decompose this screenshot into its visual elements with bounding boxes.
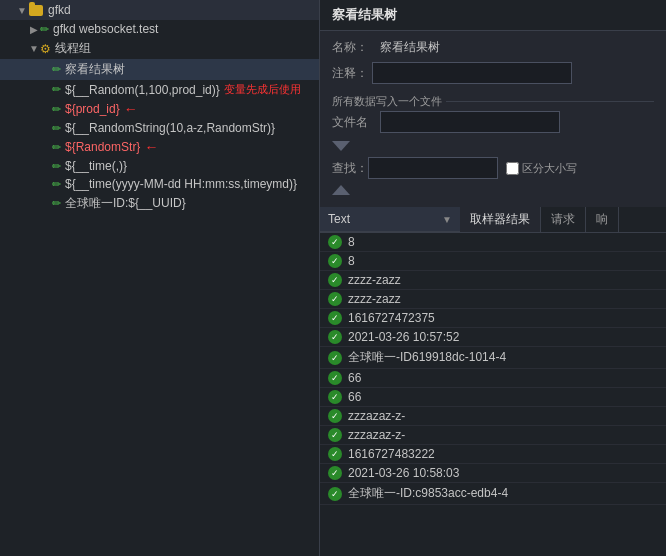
tree-item-var3[interactable]: ✏ ${__RandomString(10,a-z,RandomStr)} <box>0 119 319 137</box>
write-all-label: 所有数据写入一个文件 <box>332 94 442 109</box>
result-value: 1616727483222 <box>348 447 435 461</box>
results-list: 88zzzz-zazzzzzz-zazz16167274723752021-03… <box>320 233 666 556</box>
tree-label: ${RandomStr} <box>65 140 140 154</box>
pencil-icon: ✏ <box>52 63 61 76</box>
gear-icon: ⚙ <box>40 42 51 56</box>
tree-label: 线程组 <box>55 40 91 57</box>
result-value: 1616727472375 <box>348 311 435 325</box>
result-value: 全球唯一-ID619918dc-1014-4 <box>348 349 506 366</box>
tree-item-var5[interactable]: ✏ ${__time(,)} <box>0 157 319 175</box>
expand-btn[interactable] <box>332 185 350 195</box>
left-panel: ▼ gfkd ▶ ✏ gfkd websocket.test ▼ ⚙ 线程组 ✏… <box>0 0 320 556</box>
tree-label: ${__time(,)} <box>65 159 127 173</box>
write-all-section: 所有数据写入一个文件 <box>332 90 654 111</box>
tree-label: ${__Random(1,100,prod_id)} <box>65 83 220 97</box>
search-input[interactable] <box>368 157 498 179</box>
tab-response[interactable]: 响 <box>586 207 619 232</box>
tree-arrow: ▼ <box>28 43 40 54</box>
case-sensitive-label: 区分大小写 <box>522 161 577 176</box>
tree-item-var7[interactable]: ✏ 全球唯一ID:${__UUID} <box>0 193 319 214</box>
column-header: Text ▼ <box>320 207 460 232</box>
folder-icon <box>28 2 44 18</box>
results-area: Text ▼ 取样器结果 请求 响 88zzzz-zazzzzzz-zazz16… <box>320 207 666 556</box>
result-value: zzzz-zazz <box>348 292 401 306</box>
tree-item-gfkd[interactable]: ▼ gfkd <box>0 0 319 20</box>
tree-arrow <box>40 104 52 115</box>
panel-title: 察看结果树 <box>320 0 666 31</box>
pencil-icon: ✏ <box>52 122 61 135</box>
result-value: zzzazaz-z- <box>348 428 405 442</box>
status-icon <box>328 447 342 461</box>
tree-item-group[interactable]: ▼ ⚙ 线程组 <box>0 38 319 59</box>
result-row[interactable]: zzzz-zazz <box>320 290 666 309</box>
comment-label: 注释： <box>332 65 372 82</box>
result-row[interactable]: 8 <box>320 233 666 252</box>
result-row[interactable]: zzzazaz-z- <box>320 407 666 426</box>
collapse-btn[interactable] <box>332 141 350 151</box>
tree-label: ${prod_id} <box>65 102 120 116</box>
tab-request[interactable]: 请求 <box>541 207 586 232</box>
tree-item-var6[interactable]: ✏ ${__time(yyyy-MM-dd HH:mm:ss,timeymd)} <box>0 175 319 193</box>
case-sensitive-wrap: 区分大小写 <box>506 161 577 176</box>
status-icon <box>328 409 342 423</box>
result-row[interactable]: 2021-03-26 10:57:52 <box>320 328 666 347</box>
tree-arrow <box>40 123 52 134</box>
result-row[interactable]: 8 <box>320 252 666 271</box>
pencil-icon: ✏ <box>52 83 61 96</box>
tab-sampler[interactable]: 取样器结果 <box>460 207 541 232</box>
result-row[interactable]: 全球唯一-ID:c9853acc-edb4-4 <box>320 483 666 505</box>
result-value: 全球唯一-ID:c9853acc-edb4-4 <box>348 485 508 502</box>
section-divider <box>446 101 654 102</box>
column-name: Text <box>328 212 442 226</box>
name-label: 名称： <box>332 39 372 56</box>
name-value: 察看结果树 <box>380 39 440 56</box>
pencil-icon: ✏ <box>40 23 49 36</box>
tree-item-ws[interactable]: ▶ ✏ gfkd websocket.test <box>0 20 319 38</box>
result-row[interactable]: 全球唯一-ID619918dc-1014-4 <box>320 347 666 369</box>
status-icon <box>328 330 342 344</box>
tree-item-var1[interactable]: ✏ ${__Random(1,100,prod_id)} 变量先成后使用 <box>0 80 319 99</box>
result-row[interactable]: 1616727472375 <box>320 309 666 328</box>
tree-item-var4[interactable]: ✏ ${RandomStr} ← <box>0 137 319 157</box>
annotation-text: 变量先成后使用 <box>224 82 301 97</box>
status-icon <box>328 254 342 268</box>
tree-arrow: ▼ <box>16 5 28 16</box>
status-icon <box>328 351 342 365</box>
status-icon <box>328 466 342 480</box>
result-row[interactable]: 1616727483222 <box>320 445 666 464</box>
pencil-icon: ✏ <box>52 178 61 191</box>
case-sensitive-checkbox[interactable] <box>506 162 519 175</box>
result-value: 8 <box>348 235 355 249</box>
pencil-icon: ✏ <box>52 103 61 116</box>
tree-item-var2[interactable]: ✏ ${prod_id} ← <box>0 99 319 119</box>
search-row: 查找： 区分大小写 <box>332 157 654 179</box>
comment-input[interactable] <box>372 62 572 84</box>
status-icon <box>328 311 342 325</box>
tree-arrow <box>40 64 52 75</box>
column-sort-icon[interactable]: ▼ <box>442 214 452 225</box>
status-icon <box>328 487 342 501</box>
result-value: 2021-03-26 10:57:52 <box>348 330 459 344</box>
tree-item-result-tree[interactable]: ✏ 察看结果树 <box>0 59 319 80</box>
tree-label: gfkd <box>48 3 71 17</box>
status-icon <box>328 371 342 385</box>
tree-label: gfkd websocket.test <box>53 22 158 36</box>
results-tabs: Text ▼ 取样器结果 请求 响 <box>320 207 666 233</box>
result-row[interactable]: zzzazaz-z- <box>320 426 666 445</box>
tree-arrow <box>40 179 52 190</box>
pencil-icon: ✏ <box>52 141 61 154</box>
tree-label: ${__time(yyyy-MM-dd HH:mm:ss,timeymd)} <box>65 177 297 191</box>
filename-input[interactable] <box>380 111 560 133</box>
result-row[interactable]: zzzz-zazz <box>320 271 666 290</box>
name-row: 名称： 察看结果树 <box>332 39 654 56</box>
tree-arrow <box>40 84 52 95</box>
form-area: 名称： 察看结果树 注释： 所有数据写入一个文件 文件名 查找： <box>320 31 666 207</box>
tree-label: 察看结果树 <box>65 61 125 78</box>
red-arrow-icon: ← <box>144 139 158 155</box>
tree-label: 全球唯一ID:${__UUID} <box>65 195 186 212</box>
pencil-icon: ✏ <box>52 197 61 210</box>
result-row[interactable]: 66 <box>320 369 666 388</box>
tree-arrow <box>40 142 52 153</box>
result-row[interactable]: 2021-03-26 10:58:03 <box>320 464 666 483</box>
result-row[interactable]: 66 <box>320 388 666 407</box>
